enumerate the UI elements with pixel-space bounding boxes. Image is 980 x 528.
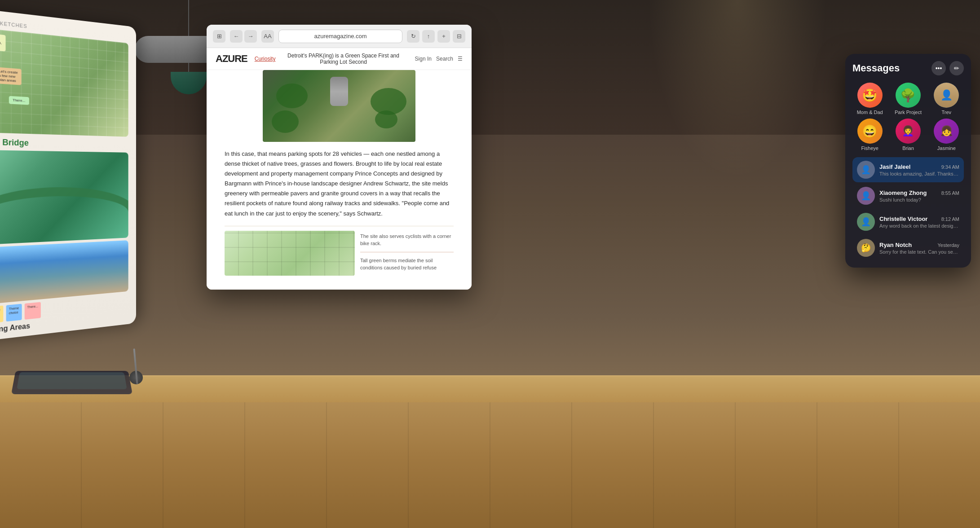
more-options-button[interactable]: ••• <box>931 61 946 75</box>
christelle-avatar: 👤 <box>857 213 875 231</box>
tabs-button[interactable]: ⊟ <box>453 30 465 43</box>
ryan-thread-content: Ryan Notch Yesterday Sorry for the late … <box>879 242 959 255</box>
sticky-note-1: Let's createa few newideas here <box>0 305 3 324</box>
address-bar[interactable]: azuremagazine.com <box>278 30 402 43</box>
sign-in-link[interactable]: Sign In <box>415 56 432 62</box>
fisheye-name: Fisheye <box>861 145 878 151</box>
ryan-time: Yesterday <box>937 242 959 248</box>
article-content: AZURE Curiosity Detroit's PARK(ing) is a… <box>207 48 472 290</box>
vegetation-4 <box>276 84 308 108</box>
share-button[interactable]: ↑ <box>422 30 435 43</box>
search-link[interactable]: Search <box>436 56 453 62</box>
font-size-button[interactable]: AA <box>261 30 274 43</box>
caption-divider <box>360 252 454 252</box>
article-actions: Sign In Search ☰ <box>415 56 463 62</box>
jasmine-avatar: 👧 <box>934 119 959 144</box>
forward-button[interactable]: → <box>244 30 257 43</box>
article-title: Detroit's PARK(ing) is a Green Space Fir… <box>279 53 407 65</box>
park-project-avatar: 🌳 <box>896 83 921 108</box>
pinned-contacts: 🤩 Mom & Dad 🌳 Park Project 👤 Trev 😄 Fish… <box>852 83 964 151</box>
main-bridge-label: Main Bridge <box>0 137 128 150</box>
sticky-note-3: There... <box>25 302 41 320</box>
vegetation-2 <box>272 110 299 133</box>
aerial-view <box>0 240 128 305</box>
menu-button[interactable]: ☰ <box>458 56 463 62</box>
article-body: In this case, that means parking spots f… <box>207 70 472 290</box>
back-button[interactable]: ← <box>230 30 243 43</box>
park-note-2: Let's createa few newplan areas <box>0 67 22 85</box>
bottom-image-section: The site also serves cyclists with a cor… <box>225 226 454 276</box>
jasif-time: 9:34 AM <box>941 164 959 170</box>
reload-button[interactable]: ↻ <box>407 30 419 43</box>
contact-trev[interactable]: 👤 Trev <box>929 83 964 115</box>
ryan-avatar: 🤔 <box>857 239 875 257</box>
jasif-name: Jasif Jaleel <box>879 163 910 170</box>
caption-2: Tall green berms mediate the soil condit… <box>360 255 454 273</box>
park-note-3: There... <box>9 96 29 105</box>
thread-ryan[interactable]: 🤔 Ryan Notch Yesterday Sorry for the lat… <box>852 235 964 260</box>
park-project-name: Park Project <box>895 110 922 115</box>
bridge-image <box>0 150 128 245</box>
add-tab-button[interactable]: + <box>437 30 450 43</box>
car-image <box>330 77 348 106</box>
christelle-preview: Any word back on the latest designs? <box>879 223 959 229</box>
messages-title: Messages <box>852 62 900 74</box>
contact-jasmine[interactable]: 👧 Jasmine <box>929 119 964 151</box>
christelle-name: Christelle Victoor <box>879 216 927 222</box>
contact-fisheye[interactable]: 😄 Fisheye <box>852 119 887 151</box>
christelle-thread-content: Christelle Victoor 8:12 AM Any word back… <box>879 216 959 229</box>
mom-dad-avatar: 🤩 <box>857 83 883 108</box>
xiaomeng-preview: Sushi lunch today? <box>879 197 959 202</box>
site-plan-image <box>225 231 355 276</box>
sticky-note-2: Themechoice <box>6 304 22 322</box>
desk-tablet <box>11 371 132 394</box>
trev-avatar: 👤 <box>934 83 959 108</box>
contact-mom-dad[interactable]: 🤩 Mom & Dad <box>852 83 887 115</box>
brian-avatar: 👩‍🦱 <box>896 119 921 144</box>
contact-brian[interactable]: 👩‍🦱 Brian <box>891 119 925 151</box>
floor <box>0 384 980 528</box>
ryan-preview: Sorry for the late text. Can you send me… <box>879 249 959 255</box>
curiosity-link[interactable]: Curiosity <box>255 56 276 62</box>
ryan-name: Ryan Notch <box>879 242 912 248</box>
jasif-avatar: 👤 <box>857 161 875 179</box>
fisheye-avatar: 😄 <box>857 119 883 144</box>
messages-header-buttons: ••• ✏ <box>931 61 964 75</box>
jasif-preview: This looks amazing, Jasif. Thanks for pu… <box>879 171 959 176</box>
thread-christelle[interactable]: 👤 Christelle Victoor 8:12 AM Any word ba… <box>852 209 964 234</box>
ceiling <box>0 0 980 135</box>
jasmine-name: Jasmine <box>937 145 956 151</box>
azure-logo: AZURE <box>216 53 247 65</box>
xiaomeng-time: 8:55 AM <box>941 190 959 196</box>
jasif-thread-content: Jasif Jaleel 9:34 AM This looks amazing,… <box>879 163 959 176</box>
thread-jasif[interactable]: 👤 Jasif Jaleel 9:34 AM This looks amazin… <box>852 157 964 182</box>
aerial-photo <box>263 70 415 142</box>
captions: The site also serves cyclists with a cor… <box>360 231 454 276</box>
xiaomeng-avatar: 👤 <box>857 187 875 205</box>
messages-header: Messages ••• ✏ <box>852 61 964 75</box>
compose-button[interactable]: ✏ <box>949 61 964 75</box>
caption-1: The site also serves cyclists with a cor… <box>360 231 454 249</box>
thread-xiaomeng[interactable]: 👤 Xiaomeng Zhong 8:55 AM Sushi lunch tod… <box>852 183 964 208</box>
contact-park-project[interactable]: 🌳 Park Project <box>891 83 925 115</box>
tab-view-button[interactable]: ⊞ <box>213 30 225 43</box>
christelle-time: 8:12 AM <box>941 216 959 222</box>
vegetation-3 <box>375 110 397 128</box>
url-text: azuremagazine.com <box>314 33 366 40</box>
park-map: m there plan,the s Let's createa few new… <box>0 28 128 137</box>
browser-toolbar: ⊞ ← → AA azuremagazine.com ↻ ↑ + ⊟ <box>207 25 472 48</box>
trev-name: Trev <box>942 110 952 115</box>
article-paragraph: In this case, that means parking spots f… <box>225 149 454 219</box>
messages-panel: Messages ••• ✏ 🤩 Mom & Dad 🌳 Park Projec… <box>845 54 971 268</box>
desk <box>0 375 980 402</box>
park-design-panel: SITE SKETCHES m there plan,the s Let's c… <box>0 8 136 343</box>
article-nav: Curiosity Detroit's PARK(ing) is a Green… <box>255 53 408 65</box>
message-threads: 👤 Jasif Jaleel 9:34 AM This looks amazin… <box>852 157 964 260</box>
article-header: AZURE Curiosity Detroit's PARK(ing) is a… <box>207 48 472 70</box>
xiaomeng-thread-content: Xiaomeng Zhong 8:55 AM Sushi lunch today… <box>879 189 959 202</box>
mom-dad-name: Mom & Dad <box>857 110 883 115</box>
brian-name: Brian <box>902 145 914 151</box>
park-note-1: m there plan,the s <box>0 33 5 52</box>
xiaomeng-name: Xiaomeng Zhong <box>879 189 927 196</box>
browser-window: ⊞ ← → AA azuremagazine.com ↻ ↑ + ⊟ AZURE… <box>207 25 472 290</box>
